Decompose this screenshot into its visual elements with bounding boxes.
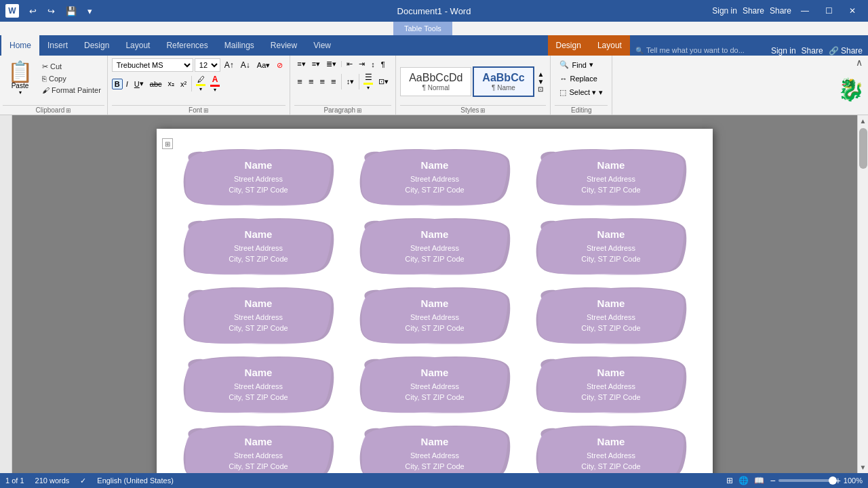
- justify-button[interactable]: ≡: [328, 75, 339, 88]
- tab-layout[interactable]: Layout: [117, 35, 158, 56]
- show-formatting-button[interactable]: ¶: [378, 59, 388, 70]
- label-cell[interactable]: NameStreet AddressCity, ST ZIP Code: [170, 419, 347, 473]
- tab-view[interactable]: View: [305, 35, 339, 56]
- zoom-slider[interactable]: [778, 479, 833, 482]
- tab-design[interactable]: Design: [76, 35, 117, 56]
- label-cell[interactable]: NameStreet AddressCity, ST ZIP Code: [347, 419, 523, 473]
- label-cell[interactable]: NameStreet AddressCity, ST ZIP Code: [170, 350, 347, 419]
- style-normal[interactable]: AaBbCcDd ¶ Normal: [400, 67, 471, 96]
- maximize-button[interactable]: ☐: [818, 3, 840, 18]
- style-name[interactable]: AaBbCc ¶ Name: [473, 66, 534, 97]
- scroll-thumb[interactable]: [859, 128, 867, 169]
- superscript-button[interactable]: x²: [178, 79, 189, 89]
- table-move-handle[interactable]: ⊞: [162, 138, 173, 149]
- label-cell[interactable]: NameStreet AddressCity, ST ZIP Code: [523, 142, 699, 211]
- scrollbar-vertical[interactable]: ▲ ▼: [857, 115, 868, 473]
- redo-button[interactable]: ↪: [44, 5, 58, 18]
- font-expand-icon[interactable]: ⊞: [203, 107, 209, 114]
- font-face-select[interactable]: Trebuchet MS: [112, 58, 193, 72]
- cut-button[interactable]: ✂ Cut: [39, 61, 104, 73]
- clipboard-expand-icon[interactable]: ⊞: [66, 107, 71, 114]
- undo-button[interactable]: ↩: [26, 5, 40, 18]
- print-layout-button[interactable]: ⊞: [726, 476, 733, 485]
- paste-button[interactable]: 📋 Paste ▾: [3, 58, 37, 99]
- clear-format-button[interactable]: ⊘: [274, 60, 285, 71]
- align-center-button[interactable]: ≡: [306, 75, 317, 88]
- highlight-dropdown[interactable]: ▾: [199, 86, 202, 92]
- line-spacing-button[interactable]: ↕▾: [344, 76, 357, 87]
- tab-insert[interactable]: Insert: [39, 35, 76, 56]
- signin-area[interactable]: Sign in Share Share: [712, 6, 791, 16]
- label-cell[interactable]: NameStreet AddressCity, ST ZIP Code: [523, 350, 699, 419]
- tab-home[interactable]: Home: [1, 35, 39, 56]
- multilevel-button[interactable]: ≣▾: [323, 58, 339, 70]
- tab-mailings[interactable]: Mailings: [216, 35, 262, 56]
- label-cell[interactable]: NameStreet AddressCity, ST ZIP Code: [347, 281, 523, 350]
- share-btn[interactable]: Share: [802, 46, 823, 56]
- label-cell[interactable]: NameStreet AddressCity, ST ZIP Code: [523, 281, 699, 350]
- shading-dropdown[interactable]: ▾: [367, 85, 370, 91]
- change-case-button[interactable]: Aa▾: [254, 60, 273, 71]
- label-street: Street Address: [581, 312, 640, 323]
- increase-indent-button[interactable]: ⇥: [356, 58, 368, 70]
- align-left-button[interactable]: ≡: [294, 75, 305, 88]
- label-cell[interactable]: NameStreet AddressCity, ST ZIP Code: [347, 350, 523, 419]
- bullets-button[interactable]: ≡▾: [294, 58, 308, 70]
- shading-button[interactable]: ☰ ▾: [361, 71, 375, 92]
- decrease-indent-button[interactable]: ⇤: [344, 58, 355, 70]
- font-label: Font ⊞: [112, 105, 286, 115]
- tell-me-text[interactable]: Tell me what you want to do...: [646, 46, 745, 54]
- tab-design-contextual[interactable]: Design: [548, 35, 589, 56]
- label-cell[interactable]: NameStreet AddressCity, ST ZIP Code: [170, 281, 347, 350]
- zoom-thumb: [829, 476, 837, 485]
- label-cell[interactable]: NameStreet AddressCity, ST ZIP Code: [347, 142, 523, 211]
- align-right-button[interactable]: ≡: [317, 75, 328, 88]
- save-button[interactable]: 💾: [62, 5, 80, 18]
- label-cell[interactable]: NameStreet AddressCity, ST ZIP Code: [523, 211, 699, 281]
- font-color-dropdown[interactable]: ▾: [214, 87, 216, 93]
- minimize-button[interactable]: —: [794, 3, 816, 18]
- share-btn2[interactable]: 🔗 Share: [829, 46, 863, 56]
- label-cell[interactable]: NameStreet AddressCity, ST ZIP Code: [170, 142, 347, 211]
- increase-font-button[interactable]: A↑: [222, 59, 237, 71]
- collapse-ribbon-button[interactable]: ∧: [850, 56, 868, 69]
- decrease-font-button[interactable]: A↓: [238, 59, 253, 71]
- document-area[interactable]: ⊞ NameStreet AddressCity, ST ZIP CodeNam…: [12, 115, 857, 473]
- replace-button[interactable]: ↔ Replace: [555, 73, 608, 85]
- scroll-up-button[interactable]: ▲: [858, 115, 868, 127]
- subscript-button[interactable]: x₂: [165, 78, 178, 89]
- borders-button[interactable]: ⊡▾: [376, 76, 391, 87]
- read-mode-button[interactable]: 📖: [754, 476, 764, 485]
- sort-button[interactable]: ↕: [368, 59, 378, 70]
- label-cell[interactable]: NameStreet AddressCity, ST ZIP Code: [170, 211, 347, 281]
- copy-button[interactable]: ⎘ Copy: [39, 73, 104, 84]
- styles-gallery-arrows[interactable]: ▲ ▼ ⊡: [536, 68, 547, 95]
- numbering-button[interactable]: ≡▾: [309, 58, 323, 70]
- styles-expand-icon[interactable]: ⊞: [480, 107, 486, 114]
- tab-review[interactable]: Review: [262, 35, 305, 56]
- web-layout-button[interactable]: 🌐: [738, 476, 749, 485]
- font-color-button[interactable]: A ▾: [208, 73, 222, 94]
- replace-label: Replace: [570, 75, 597, 83]
- underline-button[interactable]: U▾: [132, 78, 146, 89]
- close-button[interactable]: ✕: [842, 3, 863, 18]
- find-button[interactable]: 🔍 Find ▾: [555, 58, 608, 71]
- zoom-out-button[interactable]: −: [770, 475, 775, 486]
- font-size-select[interactable]: 12: [195, 58, 220, 72]
- select-button[interactable]: ⬚ Select ▾ ▾: [555, 86, 608, 99]
- strikethrough-button[interactable]: abc: [147, 79, 165, 89]
- italic-button[interactable]: I: [123, 79, 131, 89]
- format-painter-button[interactable]: 🖌 Format Painter: [39, 85, 104, 96]
- tab-references[interactable]: References: [158, 35, 216, 56]
- select-icon: ⬚: [559, 88, 566, 97]
- text-highlight-button[interactable]: 🖊 ▾: [194, 74, 208, 94]
- signin-btn[interactable]: Sign in: [771, 46, 796, 56]
- label-cell[interactable]: NameStreet AddressCity, ST ZIP Code: [347, 211, 523, 281]
- label-cell[interactable]: NameStreet AddressCity, ST ZIP Code: [523, 419, 699, 473]
- paragraph-expand-icon[interactable]: ⊞: [357, 107, 362, 114]
- tab-layout-contextual[interactable]: Layout: [589, 35, 630, 56]
- qat-dropdown-button[interactable]: ▾: [84, 5, 96, 18]
- bold-button[interactable]: B: [112, 79, 123, 89]
- scroll-down-button[interactable]: ▼: [858, 462, 868, 473]
- zoom-control[interactable]: − + 100%: [770, 475, 863, 486]
